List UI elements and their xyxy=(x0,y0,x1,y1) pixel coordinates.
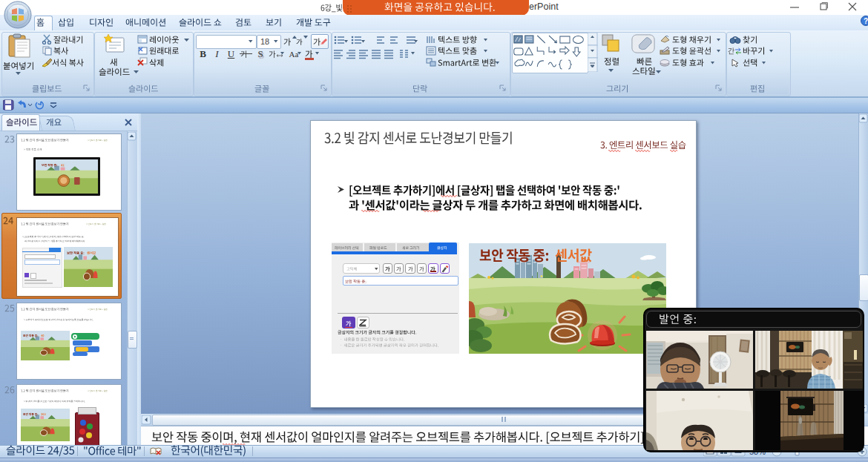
svg-text:?: ? xyxy=(864,17,868,25)
